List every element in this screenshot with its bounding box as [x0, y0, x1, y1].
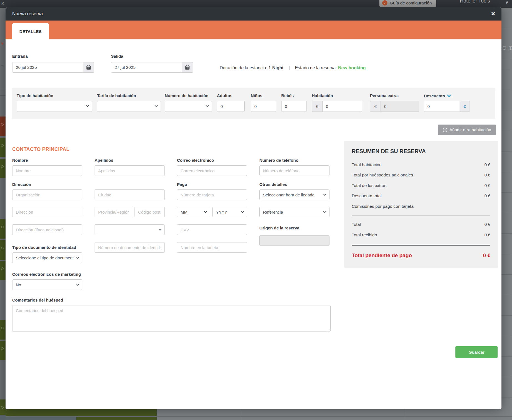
modal-body: Entrada Salida Duración de — [6, 39, 501, 409]
hotelier-tools-menu[interactable]: Hotelier Tools — [460, 0, 490, 4]
babies-input[interactable] — [281, 101, 307, 112]
calendar-icon[interactable] — [83, 62, 94, 73]
calendar-icon[interactable] — [182, 62, 193, 73]
adults-label: Adultos — [217, 93, 245, 98]
discount-input[interactable] — [424, 101, 460, 112]
arrival-time-select[interactable]: Seleccionar hora de llegada — [259, 189, 329, 200]
origin-label: Origen de la reserva — [259, 226, 329, 231]
euro-prefix: € — [312, 101, 322, 112]
room-number-label: Número de habitación — [165, 93, 212, 98]
phone-input[interactable] — [259, 165, 329, 176]
other-details-label: Otros detalles — [259, 182, 329, 187]
checkin-label: Entrada — [12, 54, 94, 59]
booking-summary-panel: RESUMEN DE SU RESERVA Total habitación 0… — [344, 141, 498, 268]
room-price-input[interactable] — [322, 101, 362, 112]
rail-cell-green — [0, 138, 6, 157]
modal-title: Nueva reserva — [12, 7, 43, 21]
checkout-label: Salida — [111, 54, 193, 59]
first-name-input[interactable] — [12, 165, 82, 176]
babies-label: Bebés — [281, 93, 307, 98]
rail-divider — [0, 95, 6, 96]
magnifier-icon — [1, 165, 4, 168]
address2-input[interactable] — [12, 224, 82, 235]
postcode-input[interactable] — [135, 207, 165, 217]
summary-divider-strong — [352, 245, 490, 246]
country-select[interactable] — [95, 224, 165, 235]
marketing-select[interactable]: No — [12, 279, 82, 290]
email-label: Correo electrónico — [177, 158, 247, 163]
summary-row-value: 0 € — [484, 183, 490, 189]
summary-received-row: Total recibido 0 € — [352, 232, 490, 238]
magnifier-icon — [1, 247, 4, 249]
summary-row: Comisiones por pago con tarjeta — [352, 203, 490, 209]
email-input[interactable] — [177, 165, 247, 176]
origin-input — [259, 235, 329, 246]
magnifier-icon — [1, 123, 4, 126]
province-input[interactable] — [95, 207, 132, 217]
card-number-input[interactable] — [177, 189, 247, 200]
extra-person-label: Persona extra: — [370, 93, 419, 98]
card-name-input[interactable] — [177, 242, 247, 253]
summary-due-row: Total pendiente de pago 0 € — [352, 252, 490, 259]
summary-row: Total habitación 0 € — [352, 162, 490, 168]
room-rate-select[interactable] — [97, 101, 161, 112]
summary-received-label: Total recibido — [352, 232, 377, 238]
summary-total-label: Total — [352, 221, 361, 227]
last-name-label: Apellidos — [95, 158, 165, 163]
summary-total-value: 0 € — [484, 221, 490, 227]
adults-input[interactable] — [217, 101, 245, 112]
checkin-group: Entrada — [12, 54, 94, 73]
cvv-input[interactable] — [177, 224, 247, 235]
room-type-col: Tipo de habitación — [17, 93, 92, 119]
status-label: Estado de la reserva: — [295, 65, 337, 70]
rail-cell-footer — [0, 415, 6, 420]
stay-separator: | — [289, 65, 290, 70]
address-input[interactable] — [12, 207, 82, 217]
chevron-down-icon: ∨ — [505, 0, 508, 5]
expiry-month-select[interactable]: MM — [177, 207, 210, 217]
doc-type-select[interactable]: Seleccione el tipo de documento — [12, 252, 82, 263]
summary-due-value: 0 € — [483, 252, 490, 259]
rail-dots: ... — [1, 62, 5, 66]
discount-chevron-icon[interactable] — [447, 95, 451, 97]
comments-textarea[interactable] — [12, 305, 331, 332]
extra-person-input — [381, 101, 419, 112]
grid-line — [501, 53, 512, 53]
room-price-label: Habitación — [312, 93, 362, 98]
reference-select[interactable]: Referencia — [259, 207, 329, 217]
room-selection-panel: Tipo de habitación Tarifa de habitación … — [12, 88, 495, 119]
save-button[interactable]: Guardar — [455, 346, 498, 358]
modal-tab-bar: DETALLES — [6, 21, 501, 39]
magnifier-icon — [1, 226, 4, 228]
room-rate-label: Tarifa de habitación — [97, 93, 161, 98]
euro-prefix: € — [370, 101, 381, 112]
room-number-select[interactable] — [165, 101, 212, 112]
grid-line — [240, 409, 240, 420]
last-name-input[interactable] — [95, 165, 165, 176]
config-guide-label: Guía de configuración — [390, 1, 432, 6]
config-guide-button[interactable]: ✓ Guía de configuración — [379, 0, 436, 7]
summary-row: Descuento total 0 € — [352, 193, 490, 199]
contact-col-4: Número de teléfono Otros detalles Selecc… — [259, 158, 329, 290]
room-number-col: Número de habitación — [165, 93, 212, 119]
check-circle-icon: ✓ — [382, 0, 387, 6]
background-calendar-left-rail: Y ... — [0, 8, 6, 420]
zoom-controls-icons[interactable]: ⊖ ⊕ — [502, 44, 512, 51]
room-type-label: Tipo de habitación — [17, 93, 92, 98]
grid-line — [405, 409, 405, 420]
tab-detalles[interactable]: DETALLES — [12, 23, 49, 39]
room-type-select[interactable] — [17, 101, 92, 112]
organization-input[interactable] — [12, 189, 82, 200]
add-room-button[interactable]: Añadir otra habitación — [438, 125, 496, 135]
doc-number-input[interactable] — [95, 242, 165, 253]
checkin-date-input[interactable] — [12, 62, 83, 73]
close-icon[interactable]: ✕ — [491, 11, 495, 17]
magnifier-icon — [1, 267, 4, 270]
expiry-year-select[interactable]: YYYY — [212, 207, 247, 217]
rail-cell-green — [0, 341, 6, 360]
children-input[interactable] — [251, 101, 276, 112]
stay-value: 1 Night — [268, 65, 283, 70]
city-input[interactable] — [95, 189, 165, 200]
checkout-date-input[interactable] — [111, 62, 182, 73]
rail-marker: Y — [1, 42, 4, 46]
